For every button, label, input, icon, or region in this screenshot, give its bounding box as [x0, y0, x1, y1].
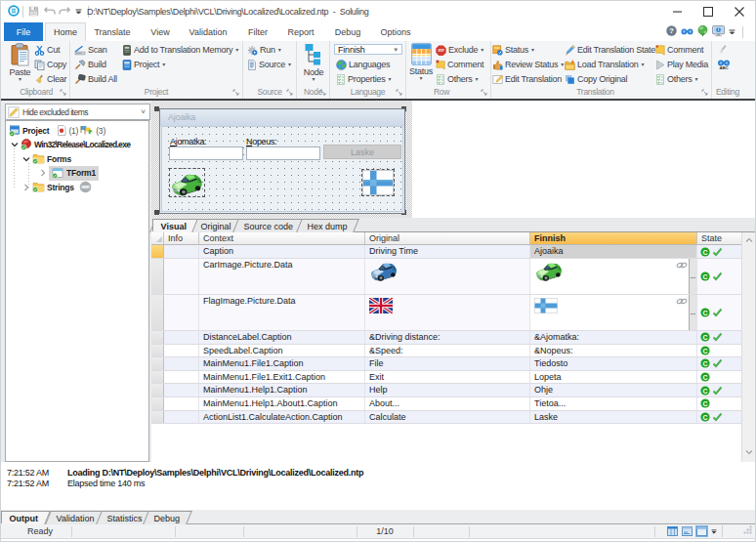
tab-hex-dump[interactable]: Hex dump [296, 219, 359, 232]
view-mode-dropdown-icon[interactable] [711, 526, 717, 536]
cell-context[interactable]: Caption [199, 245, 365, 258]
cell-context[interactable]: FlagImage.Picture.Data [199, 295, 365, 330]
table-row[interactable]: MainMenu1.Help1.About1.CaptionAbout...Ti… [151, 397, 741, 411]
cell-info[interactable] [164, 245, 199, 258]
undo-button[interactable] [43, 6, 56, 19]
cell-finnish[interactable]: -- [530, 259, 697, 294]
cell-context[interactable]: MainMenu1.Help1.About1.Caption [199, 397, 365, 410]
cell-finnish[interactable]: &Nopeus: [530, 345, 697, 357]
grid-vertical-scrollbar[interactable] [741, 232, 755, 462]
tab-debug[interactable]: Debug [327, 22, 368, 41]
cell-original[interactable]: &Speed: [365, 345, 530, 357]
resize-grip[interactable] [743, 525, 752, 534]
dialog-launcher-icon[interactable] [396, 89, 402, 96]
edit-translation-state-button[interactable]: Edit Translation State [565, 44, 655, 56]
redo-button[interactable] [59, 6, 71, 19]
cell-info[interactable] [164, 371, 199, 384]
project-button[interactable]: Project ▾ [122, 59, 165, 70]
cell-original[interactable]: Help [365, 384, 530, 396]
dialog-launcher-icon[interactable] [286, 89, 293, 96]
dialog-launcher-icon[interactable] [701, 89, 708, 96]
add-to-translation-memory-button[interactable]: Add to Translation Memory ▾ [122, 44, 238, 56]
tab-file[interactable]: File [4, 22, 43, 41]
tree-item-project[interactable]: Project (1) (3) [9, 123, 105, 138]
cell-context[interactable]: MainMenu1.File1.Exit1.Caption [199, 371, 365, 384]
cell-original[interactable]: File [365, 357, 530, 370]
cell-original[interactable]: Calculate [365, 411, 530, 424]
copy-original-button[interactable]: Copy Original [565, 73, 627, 85]
cell-info[interactable] [164, 384, 199, 396]
copy-button[interactable]: Copy [34, 59, 66, 70]
tab-report[interactable]: Report [280, 22, 321, 41]
row-selector[interactable] [151, 345, 164, 357]
ellipsis-button[interactable]: -- [689, 295, 696, 330]
cell-finnish[interactable]: -- [530, 295, 697, 330]
dialog-launcher-icon[interactable] [319, 89, 326, 96]
form-edit-speed[interactable] [246, 146, 320, 160]
run-button[interactable]: Run ▾ [247, 44, 281, 56]
translation-comment-button[interactable]: Comment [655, 44, 703, 56]
play-media-button[interactable]: Play Media [655, 59, 708, 70]
form-edit-distance[interactable] [169, 146, 243, 160]
cell-state[interactable]: C [697, 411, 741, 424]
view-mode-grid-button[interactable] [666, 525, 679, 537]
tree-collapsed-icon[interactable] [21, 183, 30, 191]
cell-info[interactable] [164, 345, 199, 357]
tree-expanded-icon[interactable] [21, 154, 30, 163]
table-row[interactable]: ActionList1.CalculateAction.CaptionCalcu… [151, 411, 741, 425]
tab-home[interactable]: Home [45, 22, 86, 41]
grid-header-finnish[interactable]: Finnish [530, 232, 697, 244]
languages-button[interactable]: Languages [336, 59, 390, 70]
clear-button[interactable]: Clear [34, 73, 66, 85]
cell-state[interactable]: C [697, 245, 741, 258]
tab-validation[interactable]: Validation [183, 22, 233, 41]
form-image-car[interactable] [169, 168, 205, 197]
tree-expanded-icon[interactable] [10, 141, 19, 149]
scroll-up-icon[interactable] [742, 234, 756, 248]
source-button[interactable]: Source ▾ [247, 59, 291, 70]
cell-state[interactable]: C [697, 331, 741, 344]
row-selector[interactable] [151, 331, 164, 344]
review-status-button[interactable]: Review Status ▾ [492, 59, 564, 70]
cell-info[interactable] [164, 397, 199, 410]
cell-context[interactable]: DistanceLabel.Caption [199, 331, 365, 344]
cell-info[interactable] [164, 259, 199, 294]
properties-button[interactable]: Properties ▾ [336, 73, 391, 85]
cell-finnish[interactable]: Laske [530, 411, 697, 424]
grid-header-context[interactable]: Context [199, 232, 365, 244]
row-selector[interactable] [151, 357, 164, 370]
form-preview[interactable]: Ajoaika Ajomatka: Nopeus: Laske [159, 108, 405, 214]
machine-translate-icon[interactable]: i [712, 25, 725, 39]
cell-context[interactable]: MainMenu1.File1.Caption [199, 357, 365, 370]
table-row[interactable]: SpeedLabel.Caption&Speed:&Nopeus:C [151, 345, 741, 358]
row-selector[interactable] [151, 371, 164, 384]
highlight-button[interactable] [718, 44, 730, 56]
table-row[interactable]: MainMenu1.Help1.CaptionHelpOhjeC [151, 384, 741, 397]
tree-filter-select[interactable]: Hide excluded items ˅ [5, 104, 150, 120]
load-translation-button[interactable]: Load Translation ▾ [565, 59, 644, 70]
cell-finnish[interactable]: Tiedosto [530, 357, 697, 370]
cell-context[interactable]: SpeedLabel.Caption [199, 345, 365, 357]
save-button[interactable] [28, 6, 39, 19]
cell-info[interactable] [164, 295, 199, 330]
cell-state[interactable]: C [697, 295, 741, 330]
language-globe-icon[interactable] [697, 25, 708, 39]
tree-collapsed-icon[interactable] [38, 169, 47, 178]
view-mode-combined-button[interactable] [695, 525, 708, 537]
cell-finnish[interactable]: Ajoaika [530, 245, 697, 258]
build-button[interactable]: Build [74, 59, 106, 70]
find-icon[interactable] [681, 26, 693, 38]
cell-state[interactable]: C [697, 371, 741, 384]
form-image-flag[interactable] [361, 169, 395, 196]
minimize-button[interactable] [663, 1, 693, 22]
tab-filter[interactable]: Filter [239, 22, 276, 41]
tab-view[interactable]: View [141, 22, 180, 41]
table-row[interactable]: CaptionDriving TimeAjoaikaC [151, 245, 741, 259]
table-row[interactable]: CarImage.Picture.Data--C [151, 259, 741, 295]
row-selector[interactable] [151, 397, 164, 410]
tab-translate[interactable]: Translate [90, 22, 135, 41]
exclude-button[interactable]: STOP Exclude ▾ [436, 44, 483, 56]
cell-context[interactable]: MainMenu1.Help1.Caption [199, 384, 365, 396]
build-all-button[interactable]: Build All [74, 73, 117, 85]
row-selector[interactable] [151, 411, 164, 424]
